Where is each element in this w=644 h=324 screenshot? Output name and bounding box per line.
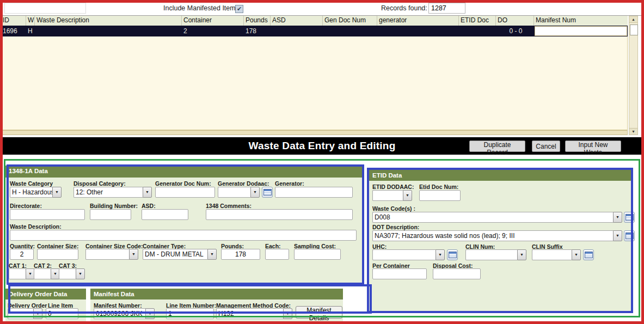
directorate-input[interactable] (10, 209, 85, 220)
etid-dodaac-select[interactable]: ▼ (372, 190, 412, 201)
etid-dodaac-label: ETID DODAAC: (372, 184, 414, 190)
chevron-down-icon[interactable]: ▼ (207, 249, 217, 260)
col-header-id[interactable]: ID (1, 16, 26, 26)
sampling-cost-input[interactable] (294, 249, 341, 260)
container-size-input[interactable] (37, 249, 78, 260)
generator-dodaac-lookup-button[interactable] (262, 187, 273, 198)
generator-dodaac-label: Generator Dodaac: (218, 180, 269, 187)
scrollbar-thumb[interactable] (630, 25, 638, 35)
col-header-generator[interactable]: generator (377, 16, 459, 26)
cat1-select[interactable]: ▼ (9, 268, 35, 279)
selected-grid-row[interactable]: 1696 H 2 178 0 - 0 (1, 26, 628, 36)
clin-suffix-lookup-button[interactable] (583, 249, 594, 260)
disposal-category-select[interactable]: 12: Other ▼ (73, 187, 152, 198)
col-header-w[interactable]: W (26, 16, 35, 26)
chevron-down-icon[interactable]: ▼ (145, 308, 155, 319)
horizontal-scrollbar[interactable] (1, 130, 628, 135)
chevron-down-icon[interactable]: ▼ (33, 308, 42, 319)
waste-data-entry-screen: Include Manifested Items ✔ Records found… (0, 0, 644, 324)
scroll-down-icon: ▼ (631, 130, 635, 133)
chevron-down-icon[interactable]: ▼ (613, 212, 622, 223)
uhc-lookup-button[interactable] (447, 249, 458, 260)
waste-description-input[interactable] (10, 230, 357, 241)
cell-do: 0 - 0 (496, 26, 534, 36)
generator-dodaac-select[interactable]: ▼ (218, 187, 260, 198)
records-found-label: Records found: (381, 4, 427, 12)
manifest-num-edit-cell[interactable] (535, 26, 627, 36)
cat3-select[interactable]: ▼ (59, 268, 85, 279)
chevron-down-icon[interactable]: ▼ (436, 249, 445, 260)
records-found-input[interactable] (428, 3, 465, 14)
grid-body[interactable] (1, 36, 628, 130)
chevron-down-icon[interactable]: ▼ (143, 187, 152, 198)
generator-doc-num-input[interactable] (155, 187, 215, 198)
col-header-waste-description[interactable]: Waste Description (35, 16, 182, 26)
include-manifested-checkbox[interactable]: ✔ (235, 5, 243, 13)
generator-dodaac-value (218, 187, 250, 198)
delivery-order-select[interactable]: ▼ (8, 308, 42, 319)
grid-lookup-icon (625, 233, 634, 239)
manifest-number-select[interactable]: 013009206 JKK ▼ (94, 308, 155, 319)
chevron-down-icon[interactable]: ▼ (129, 249, 138, 260)
chevron-down-icon[interactable]: ▼ (250, 187, 260, 198)
mgmt-method-code-select[interactable]: H132 ▼ (216, 308, 292, 319)
line-item-input[interactable] (46, 308, 78, 319)
waste-codes-select[interactable]: D008 ▼ (372, 212, 622, 223)
generator-input[interactable] (275, 187, 353, 198)
clin-suffix-select[interactable]: ▼ (532, 249, 581, 260)
top-left-filter-input[interactable] (4, 3, 86, 14)
col-header-pounds[interactable]: Pounds (244, 16, 271, 26)
panel-etid-header: ETID Data (369, 170, 631, 181)
per-container-input[interactable] (372, 268, 427, 279)
chevron-down-icon[interactable]: ▼ (76, 268, 85, 279)
cell-gen-doc-num (323, 26, 377, 36)
etid-doc-num-input[interactable] (419, 190, 461, 201)
waste-category-select[interactable]: H - Hazardous W ▼ (10, 187, 62, 198)
chevron-down-icon[interactable]: ▼ (613, 230, 622, 241)
chevron-down-icon[interactable]: ▼ (572, 249, 581, 260)
grid-lookup-icon (263, 189, 272, 195)
dot-description-lookup-button[interactable] (624, 230, 635, 241)
uhc-select[interactable]: ▼ (372, 249, 445, 260)
disposal-cost-input[interactable] (433, 268, 481, 279)
duplicate-record-button[interactable]: Duplicate Record (469, 140, 525, 152)
chevron-down-icon[interactable]: ▼ (517, 249, 526, 260)
input-new-waste-button[interactable]: Input New Waste (565, 140, 621, 152)
manifest-details-button[interactable]: Manifest Details (296, 306, 342, 319)
chevron-down-icon[interactable]: ▼ (52, 187, 62, 198)
col-header-asd[interactable]: ASD (271, 16, 323, 26)
each-input[interactable] (265, 249, 289, 260)
col-header-container[interactable]: Container (182, 16, 244, 26)
chevron-down-icon[interactable]: ▼ (403, 190, 412, 201)
cat3-value (59, 268, 76, 279)
cancel-button[interactable]: Cancel (532, 140, 560, 152)
comments-1348-input[interactable] (206, 209, 353, 220)
col-header-manifest-num[interactable]: Manifest Num (534, 16, 628, 26)
line-item-number-input[interactable] (166, 308, 214, 319)
chevron-down-icon[interactable]: ▼ (283, 308, 292, 319)
cell-etid-doc (459, 26, 496, 36)
waste-codes-lookup-button[interactable] (624, 212, 635, 223)
disposal-category-label: Disposal Category: (73, 180, 126, 187)
manifest-number-value: 013009206 JKK (94, 308, 145, 319)
container-type-value: DM - DRUM METAL (143, 249, 207, 260)
building-number-input[interactable] (90, 209, 131, 220)
building-number-label: Building Number: (90, 203, 138, 209)
quantity-input[interactable] (10, 249, 34, 260)
container-type-select[interactable]: DM - DRUM METAL ▼ (143, 249, 217, 260)
container-size-code-select[interactable]: ▼ (85, 249, 138, 260)
clin-num-select[interactable]: ▼ (465, 249, 526, 260)
col-header-etid-doc[interactable]: ETID Doc (459, 16, 496, 26)
asd-input[interactable] (142, 209, 188, 220)
scroll-up-button[interactable]: ▲ (629, 16, 638, 23)
dot-description-value: NA3077; Hazardous waste solid nos (lead)… (372, 230, 613, 241)
panel-manifest-header: Manifest Data (90, 289, 343, 299)
pounds-input[interactable] (221, 249, 260, 260)
grid-lookup-icon (625, 214, 634, 221)
col-header-gen-doc-num[interactable]: Gen Doc Num (323, 16, 377, 26)
scroll-up-icon: ▲ (631, 17, 635, 21)
col-header-do[interactable]: DO (496, 16, 534, 26)
cat2-select[interactable]: ▼ (34, 268, 60, 279)
scroll-down-button[interactable]: ▼ (629, 128, 638, 135)
dot-description-select[interactable]: NA3077; Hazardous waste solid nos (lead)… (372, 230, 622, 241)
